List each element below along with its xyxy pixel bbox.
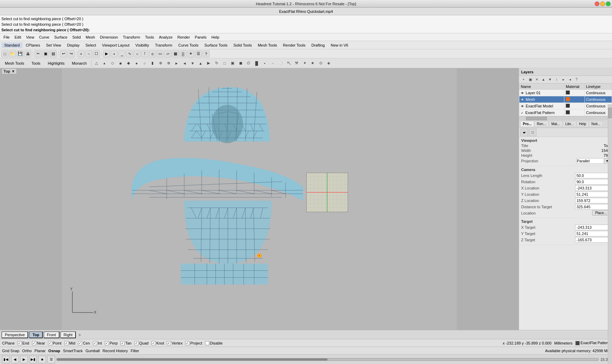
mesh-icon-12[interactable]: ◄ xyxy=(181,59,188,67)
planar-btn[interactable]: Planar xyxy=(34,349,46,353)
panel-tab-material[interactable]: Mat... xyxy=(549,121,563,127)
mesh-icon-20[interactable]: ∅ xyxy=(245,59,252,67)
prop-icon-object[interactable]: □ xyxy=(529,129,536,136)
minimize-button[interactable] xyxy=(600,1,605,6)
circle-icon[interactable]: ○ xyxy=(134,50,141,57)
tab-drafting[interactable]: Drafting xyxy=(308,42,328,48)
ytarget-value[interactable] xyxy=(575,231,610,236)
mesh-icon-7[interactable]: ○ xyxy=(141,59,148,67)
play-back-button[interactable]: ◀ xyxy=(11,356,19,363)
help2-icon[interactable]: ? xyxy=(203,50,210,57)
menu-solid[interactable]: Solid xyxy=(70,34,83,40)
mesh-icon-9[interactable]: ⊕ xyxy=(157,59,164,67)
play-button[interactable]: ▶ xyxy=(20,356,28,363)
layer-help-icon[interactable]: ? xyxy=(573,76,580,83)
open-icon[interactable]: 📁 xyxy=(9,50,16,57)
zloc-value[interactable] xyxy=(575,198,610,203)
mesh-icon-28[interactable]: ★ xyxy=(309,59,316,67)
layer-row-exactflat-model[interactable]: 👁 ExactFlat Model Continuous xyxy=(519,103,612,110)
layer-filter2-icon[interactable]: ◂ xyxy=(567,76,573,83)
select-icon[interactable]: ▶ xyxy=(103,50,110,57)
layer-row-exactflat-pattern[interactable]: ✓ ExactFlat Pattern Continuous xyxy=(519,110,612,116)
progress-track[interactable] xyxy=(56,358,599,361)
menu-dimension[interactable]: Dimension xyxy=(98,34,120,40)
int-checkbox[interactable]: ✓ Int xyxy=(93,341,102,345)
layer-icon[interactable]: ☰ xyxy=(195,50,202,57)
layer-new-icon[interactable]: + xyxy=(520,76,527,83)
tab-render-tools[interactable]: Render Tools xyxy=(280,42,308,48)
mesh-icon-26[interactable]: ⚒ xyxy=(293,59,300,67)
layer-up-icon[interactable]: ▲ xyxy=(540,76,547,83)
menu-button[interactable]: ☰ xyxy=(47,356,55,363)
tab-select[interactable]: Select xyxy=(83,42,99,48)
layer-row-mesh[interactable]: 👁 Mesh Continuous xyxy=(519,96,612,103)
rect-icon[interactable]: ▭ xyxy=(157,50,164,57)
tab-new-v6[interactable]: New in V6 xyxy=(328,42,351,48)
tab-surface-tools[interactable]: Surface Tools xyxy=(202,42,230,48)
mesh-icon-13[interactable]: ▼ xyxy=(189,59,196,67)
filter-btn[interactable]: Filter xyxy=(131,349,139,353)
menu-help[interactable]: Help xyxy=(209,34,221,40)
layer-down-icon[interactable]: ▼ xyxy=(547,76,553,83)
menu-view[interactable]: View xyxy=(24,34,37,40)
main-viewport[interactable]: Top ▼ X Y xyxy=(0,68,519,330)
panel-vscroll[interactable] xyxy=(608,104,612,330)
mesh-icon-19[interactable]: ◼ xyxy=(237,59,244,67)
osnap-btn[interactable]: Osnap xyxy=(48,349,60,353)
tab-transform[interactable]: Transform xyxy=(152,42,175,48)
render-icon[interactable]: ☀ xyxy=(187,50,194,57)
play-to-start-button[interactable]: ▮◀ xyxy=(2,356,10,363)
tab-cplanes[interactable]: CPlanes xyxy=(23,42,43,48)
menu-file[interactable]: File xyxy=(1,34,12,40)
recordhistory-btn[interactable]: Record History xyxy=(102,349,128,353)
mesh-icon-6[interactable]: ● xyxy=(133,59,140,67)
tab-viewport-layout[interactable]: Viewport Layout xyxy=(99,42,132,48)
menu-surface[interactable]: Surface xyxy=(52,34,70,40)
mesh-icon-21[interactable]: █ xyxy=(253,59,260,67)
redo-icon[interactable]: ↪ xyxy=(68,50,74,57)
vp-tab-right[interactable]: Right xyxy=(60,331,76,338)
place-button[interactable]: Place... xyxy=(592,210,610,216)
print-icon[interactable]: 🖶 xyxy=(24,50,31,57)
layers-hscroll[interactable] xyxy=(519,116,612,120)
rotation-value[interactable] xyxy=(575,179,610,185)
panel-tab-render[interactable]: Ren... xyxy=(534,121,549,127)
mesh-icon-29[interactable]: ⊙ xyxy=(317,59,324,67)
mesh-icon-23[interactable]: ◦ xyxy=(269,59,276,67)
lens-value[interactable] xyxy=(575,173,610,178)
meshtab-tools[interactable]: Tools xyxy=(28,60,44,66)
mesh-icon-5[interactable]: ◆ xyxy=(125,59,132,67)
yloc-value[interactable] xyxy=(575,192,610,197)
menu-edit[interactable]: Edit xyxy=(13,34,23,40)
tab-solid-tools[interactable]: Solid Tools xyxy=(230,42,254,48)
tab-mesh-tools[interactable]: Mesh Tools xyxy=(255,42,280,48)
cen-checkbox[interactable]: ✓ Cen xyxy=(78,341,90,345)
vp-tab-front[interactable]: Front xyxy=(44,331,60,338)
menu-tools[interactable]: Tools xyxy=(143,34,156,40)
mesh-icon-4[interactable]: ■ xyxy=(117,59,124,67)
mesh-icon-27[interactable]: ✦ xyxy=(301,59,308,67)
vp-tab-add[interactable]: + xyxy=(77,332,83,338)
tab-visibility[interactable]: Visibility xyxy=(133,42,152,48)
tab-setview[interactable]: Set View xyxy=(43,42,64,48)
zoom-in-icon[interactable]: + xyxy=(78,50,85,57)
zoom-out-icon[interactable]: − xyxy=(85,50,92,57)
end-checkbox[interactable]: ✓ End xyxy=(17,341,29,345)
tan-checkbox[interactable]: ✓ Tan xyxy=(120,341,132,345)
mid-checkbox[interactable]: ✓ Mid xyxy=(64,341,76,345)
point-checkbox[interactable]: ✓ Point xyxy=(48,341,62,345)
save-icon[interactable]: 💾 xyxy=(17,50,24,57)
prop-icon-camera[interactable]: ▰ xyxy=(520,129,528,136)
smarttrack-btn[interactable]: SmartTrack xyxy=(63,349,83,353)
gumball-btn[interactable]: Gumball xyxy=(86,349,100,353)
mesh-icon-16[interactable]: ↻ xyxy=(213,59,220,67)
panel-tab-properties[interactable]: Pro... xyxy=(520,121,534,127)
mesh-icon-2[interactable]: ▴ xyxy=(101,59,108,67)
line-icon[interactable]: ⎯ xyxy=(118,50,125,57)
ortho-btn[interactable]: Ortho xyxy=(22,349,32,353)
close-button[interactable] xyxy=(595,1,599,6)
panel-tab-library[interactable]: Libr... xyxy=(563,121,576,127)
menu-curve[interactable]: Curve xyxy=(37,34,51,40)
dist-value[interactable] xyxy=(575,204,610,210)
tab-standard[interactable]: Standard xyxy=(1,42,23,48)
